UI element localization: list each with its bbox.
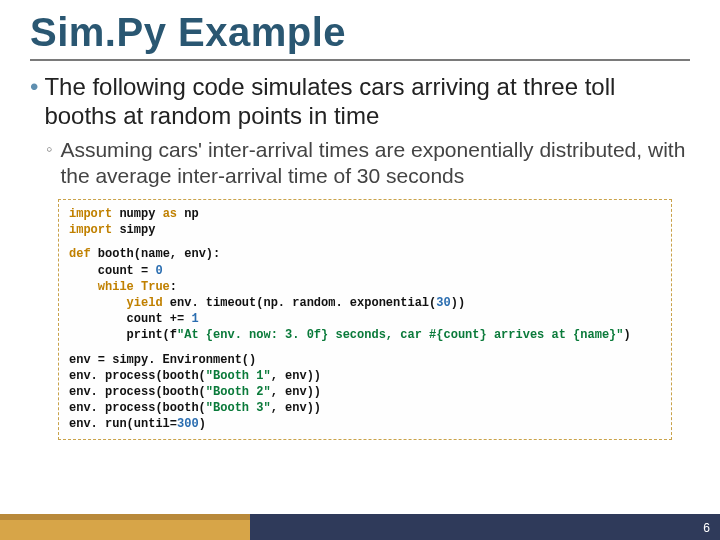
code-txt: , env)) xyxy=(271,385,321,399)
code-kw: def xyxy=(69,247,91,261)
code-str: "At {env. now: 3. 0f} seconds, car #{cou… xyxy=(177,328,623,342)
code-str: "Booth 2" xyxy=(206,385,271,399)
code-kw: import xyxy=(69,223,112,237)
slide: Sim.Py Example • The following code simu… xyxy=(0,0,720,540)
footer-bar: 6 xyxy=(0,514,720,540)
code-txt: ) xyxy=(199,417,206,431)
slide-title: Sim.Py Example xyxy=(30,10,690,61)
code-block: import numpy as np import simpydef booth… xyxy=(58,199,672,439)
page-number: 6 xyxy=(703,521,710,535)
code-blank xyxy=(69,238,661,246)
code-txt: env. process(booth( xyxy=(69,401,206,415)
code-txt: ) xyxy=(624,328,631,342)
code-num: 300 xyxy=(177,417,199,431)
footer-accent-left xyxy=(0,514,250,540)
bullet1-text: The following code simulates cars arrivi… xyxy=(44,73,690,131)
bullet-ring-icon: ◦ xyxy=(46,137,52,162)
code-kw: import xyxy=(69,207,112,221)
code-txt: env. process(booth( xyxy=(69,385,206,399)
code-txt: np xyxy=(177,207,199,221)
code-txt: , env)) xyxy=(271,369,321,383)
code-txt xyxy=(69,280,98,294)
code-kw: while True xyxy=(98,280,170,294)
code-txt: (name, env): xyxy=(134,247,220,261)
code-txt: simpy xyxy=(112,223,155,237)
footer-accent-right xyxy=(250,514,720,540)
code-fn: booth xyxy=(91,247,134,261)
code-txt xyxy=(69,296,127,310)
code-kw: yield xyxy=(127,296,163,310)
code-kw: as xyxy=(163,207,177,221)
code-txt: )) xyxy=(451,296,465,310)
bullet-level2: ◦ Assuming cars' inter-arrival times are… xyxy=(46,137,690,190)
code-str: "Booth 3" xyxy=(206,401,271,415)
code-txt: env. timeout(np. random. exponential( xyxy=(163,296,437,310)
code-num: 1 xyxy=(191,312,198,326)
code-txt: env. run(until= xyxy=(69,417,177,431)
bullet2-text: Assuming cars' inter-arrival times are e… xyxy=(60,137,690,190)
code-txt: env. process(booth( xyxy=(69,369,206,383)
code-txt: print(f xyxy=(69,328,177,342)
code-txt: , env)) xyxy=(271,401,321,415)
code-txt: count += xyxy=(69,312,191,326)
code-num: 0 xyxy=(155,264,162,278)
bullet-level1: • The following code simulates cars arri… xyxy=(30,73,690,131)
code-txt: count = xyxy=(69,264,155,278)
code-str: "Booth 1" xyxy=(206,369,271,383)
code-txt: numpy xyxy=(112,207,162,221)
code-txt: : xyxy=(170,280,177,294)
bullet-dot-icon: • xyxy=(30,73,38,102)
code-num: 30 xyxy=(436,296,450,310)
code-blank xyxy=(69,344,661,352)
code-txt: env = simpy. Environment() xyxy=(69,353,256,367)
